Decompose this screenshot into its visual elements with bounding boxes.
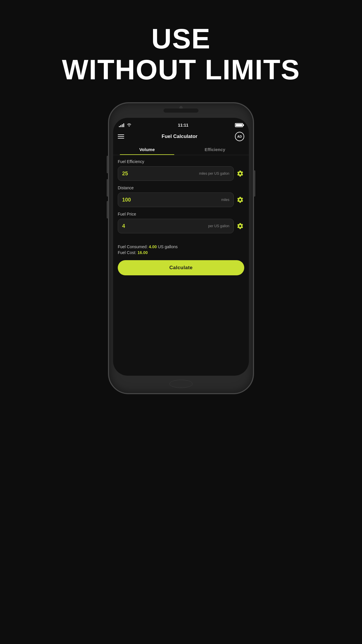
phone-top-bar	[164, 108, 198, 113]
distance-row: 100 miles	[118, 192, 244, 207]
signal-bar-4	[123, 123, 124, 127]
phone-screen: 11:11 Fuel Calculator AD	[113, 118, 249, 376]
app-nav: Fuel Calculator AD	[113, 130, 249, 144]
calculate-button-label: Calculate	[169, 265, 193, 271]
headline-section: USE WITHOUT LIMITS	[62, 23, 300, 85]
signal-bars	[119, 123, 124, 127]
fuel-price-value: 4	[122, 223, 125, 229]
battery-fill	[236, 124, 242, 126]
fuel-efficiency-gear-icon[interactable]	[236, 169, 244, 178]
wifi-icon	[127, 123, 131, 127]
hamburger-line-1	[118, 134, 124, 135]
fuel-efficiency-row: 25 miles per US gallon	[118, 166, 244, 181]
phone-frame: 11:11 Fuel Calculator AD	[108, 102, 254, 394]
distance-gear-icon[interactable]	[236, 196, 244, 204]
distance-value: 100	[122, 197, 131, 203]
tab-volume[interactable]: Volume	[113, 144, 181, 155]
distance-unit: miles	[221, 198, 229, 202]
results-section: Fuel Consumed: 4.00 US gallons Fuel Cost…	[113, 242, 249, 260]
headline-line1: USE	[62, 23, 300, 54]
fuel-cost-value: 16.00	[138, 250, 148, 255]
fuel-efficiency-label: Fuel Efficiency	[118, 159, 244, 164]
distance-input[interactable]: 100 miles	[118, 192, 234, 207]
signal-bar-2	[120, 125, 121, 127]
status-right	[235, 123, 243, 127]
fuel-efficiency-value: 25	[122, 171, 128, 177]
status-bar: 11:11	[113, 118, 249, 130]
fuel-efficiency-input[interactable]: 25 miles per US gallon	[118, 166, 234, 181]
status-time: 11:11	[178, 123, 189, 127]
hamburger-menu-icon[interactable]	[118, 134, 124, 139]
tab-efficiency[interactable]: Efficiency	[181, 144, 249, 155]
headline-line2: WITHOUT LIMITS	[62, 54, 300, 85]
fuel-price-input[interactable]: 4 per US gallon	[118, 219, 234, 233]
fuel-consumed-result: Fuel Consumed: 4.00 US gallons	[118, 244, 244, 249]
form-section: Fuel Efficiency 25 miles per US gallon D…	[113, 155, 249, 242]
fuel-price-gear-icon[interactable]	[236, 222, 244, 230]
fuel-price-label: Fuel Price	[118, 212, 244, 216]
phone-mockup: 11:11 Fuel Calculator AD	[108, 102, 254, 394]
app-title: Fuel Calculator	[162, 134, 198, 139]
calculate-button[interactable]: Calculate	[118, 260, 244, 275]
fuel-cost-result: Fuel Cost: 16.00	[118, 250, 244, 255]
fuel-price-unit: per US gallon	[208, 224, 229, 228]
battery-icon	[235, 123, 243, 127]
fuel-price-row: 4 per US gallon	[118, 219, 244, 233]
distance-label: Distance	[118, 186, 244, 190]
home-indicator	[169, 380, 193, 388]
fuel-consumed-value: 4.00	[149, 244, 157, 249]
ad-button[interactable]: AD	[235, 132, 244, 141]
signal-bar-3	[122, 124, 123, 127]
signal-bar-1	[119, 126, 120, 127]
hamburger-line-3	[118, 138, 124, 139]
hamburger-line-2	[118, 136, 124, 137]
status-left	[119, 123, 131, 127]
tabs-container: Volume Efficiency	[113, 144, 249, 155]
fuel-efficiency-unit: miles per US gallon	[199, 172, 229, 176]
